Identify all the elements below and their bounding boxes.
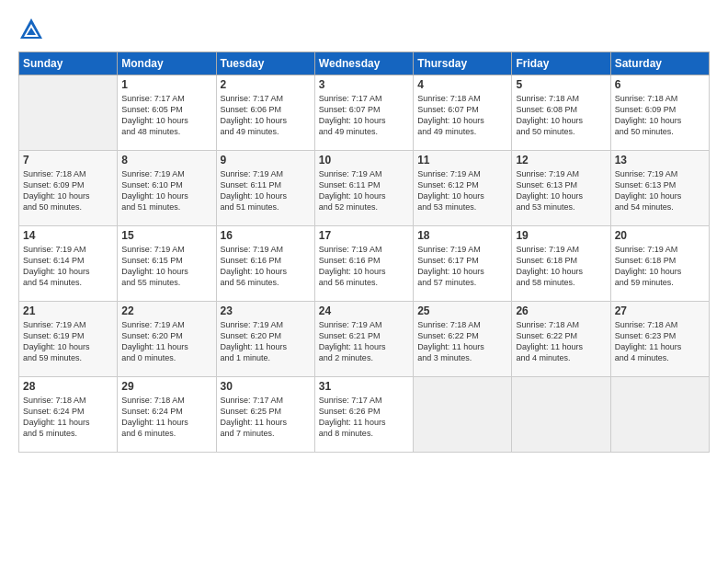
day-cell: 14Sunrise: 7:19 AM Sunset: 6:14 PM Dayli…: [19, 226, 118, 302]
day-info: Sunrise: 7:18 AM Sunset: 6:08 PM Dayligh…: [516, 94, 583, 136]
day-cell: 31Sunrise: 7:17 AM Sunset: 6:26 PM Dayli…: [314, 377, 413, 453]
day-info: Sunrise: 7:19 AM Sunset: 6:11 PM Dayligh…: [319, 169, 386, 212]
day-info: Sunrise: 7:18 AM Sunset: 6:24 PM Dayligh…: [121, 396, 188, 438]
day-number: 21: [23, 304, 113, 317]
day-cell: 12Sunrise: 7:19 AM Sunset: 6:13 PM Dayli…: [512, 151, 610, 226]
day-info: Sunrise: 7:18 AM Sunset: 6:23 PM Dayligh…: [615, 320, 682, 362]
calendar-table: SundayMondayTuesdayWednesdayThursdayFrid…: [18, 52, 710, 453]
day-info: Sunrise: 7:17 AM Sunset: 6:25 PM Dayligh…: [221, 396, 288, 438]
day-info: Sunrise: 7:19 AM Sunset: 6:11 PM Dayligh…: [221, 169, 288, 212]
day-number: 20: [615, 229, 705, 242]
day-number: 23: [221, 304, 311, 317]
day-number: 30: [221, 380, 311, 393]
day-number: 12: [516, 154, 606, 167]
day-cell: 30Sunrise: 7:17 AM Sunset: 6:25 PM Dayli…: [216, 377, 314, 453]
day-info: Sunrise: 7:19 AM Sunset: 6:19 PM Dayligh…: [23, 320, 90, 362]
day-info: Sunrise: 7:18 AM Sunset: 6:24 PM Dayligh…: [23, 396, 90, 438]
day-cell: 2Sunrise: 7:17 AM Sunset: 6:06 PM Daylig…: [216, 75, 314, 151]
day-info: Sunrise: 7:17 AM Sunset: 6:06 PM Dayligh…: [221, 94, 288, 136]
day-cell: 7Sunrise: 7:18 AM Sunset: 6:09 PM Daylig…: [19, 151, 118, 226]
day-info: Sunrise: 7:19 AM Sunset: 6:20 PM Dayligh…: [121, 320, 188, 362]
header-row: SundayMondayTuesdayWednesdayThursdayFrid…: [19, 52, 710, 75]
logo: [18, 17, 48, 42]
day-cell: [19, 75, 118, 151]
header-cell-friday: Friday: [512, 52, 610, 75]
day-number: 31: [319, 380, 409, 393]
day-info: Sunrise: 7:17 AM Sunset: 6:07 PM Dayligh…: [319, 94, 386, 136]
day-number: 8: [121, 154, 211, 167]
day-number: 13: [615, 154, 705, 167]
header-cell-saturday: Saturday: [610, 52, 709, 75]
day-cell: 25Sunrise: 7:18 AM Sunset: 6:22 PM Dayli…: [414, 302, 512, 377]
day-cell: 20Sunrise: 7:19 AM Sunset: 6:18 PM Dayli…: [610, 226, 709, 302]
day-info: Sunrise: 7:18 AM Sunset: 6:07 PM Dayligh…: [417, 94, 484, 136]
calendar-page: SundayMondayTuesdayWednesdayThursdayFrid…: [0, 0, 728, 563]
header: [18, 17, 710, 42]
day-cell: 18Sunrise: 7:19 AM Sunset: 6:17 PM Dayli…: [414, 226, 512, 302]
day-info: Sunrise: 7:18 AM Sunset: 6:22 PM Dayligh…: [516, 320, 583, 362]
header-cell-tuesday: Tuesday: [216, 52, 314, 75]
day-number: 22: [121, 304, 211, 317]
week-row-1: 1Sunrise: 7:17 AM Sunset: 6:05 PM Daylig…: [19, 75, 710, 151]
day-number: 6: [615, 78, 705, 91]
day-cell: [610, 377, 709, 453]
day-cell: 4Sunrise: 7:18 AM Sunset: 6:07 PM Daylig…: [414, 75, 512, 151]
day-number: 29: [121, 380, 211, 393]
day-cell: 10Sunrise: 7:19 AM Sunset: 6:11 PM Dayli…: [314, 151, 413, 226]
day-info: Sunrise: 7:19 AM Sunset: 6:13 PM Dayligh…: [516, 169, 583, 212]
day-cell: 1Sunrise: 7:17 AM Sunset: 6:05 PM Daylig…: [118, 75, 216, 151]
day-number: 14: [23, 229, 113, 242]
day-cell: 27Sunrise: 7:18 AM Sunset: 6:23 PM Dayli…: [610, 302, 709, 377]
day-cell: 26Sunrise: 7:18 AM Sunset: 6:22 PM Dayli…: [512, 302, 610, 377]
day-info: Sunrise: 7:19 AM Sunset: 6:10 PM Dayligh…: [121, 169, 188, 212]
day-cell: 9Sunrise: 7:19 AM Sunset: 6:11 PM Daylig…: [216, 151, 314, 226]
day-number: 24: [319, 304, 409, 317]
day-info: Sunrise: 7:18 AM Sunset: 6:09 PM Dayligh…: [23, 169, 90, 212]
day-cell: 6Sunrise: 7:18 AM Sunset: 6:09 PM Daylig…: [610, 75, 709, 151]
day-info: Sunrise: 7:19 AM Sunset: 6:18 PM Dayligh…: [516, 245, 583, 287]
day-cell: 3Sunrise: 7:17 AM Sunset: 6:07 PM Daylig…: [314, 75, 413, 151]
day-info: Sunrise: 7:17 AM Sunset: 6:05 PM Dayligh…: [121, 94, 188, 136]
week-row-3: 14Sunrise: 7:19 AM Sunset: 6:14 PM Dayli…: [19, 226, 710, 302]
day-cell: [512, 377, 610, 453]
day-info: Sunrise: 7:19 AM Sunset: 6:13 PM Dayligh…: [615, 169, 682, 212]
day-info: Sunrise: 7:19 AM Sunset: 6:16 PM Dayligh…: [319, 245, 386, 287]
day-cell: 11Sunrise: 7:19 AM Sunset: 6:12 PM Dayli…: [414, 151, 512, 226]
day-number: 1: [121, 78, 211, 91]
day-cell: 19Sunrise: 7:19 AM Sunset: 6:18 PM Dayli…: [512, 226, 610, 302]
day-number: 19: [516, 229, 606, 242]
day-number: 25: [417, 304, 507, 317]
day-number: 16: [221, 229, 311, 242]
day-cell: 28Sunrise: 7:18 AM Sunset: 6:24 PM Dayli…: [19, 377, 118, 453]
day-cell: 16Sunrise: 7:19 AM Sunset: 6:16 PM Dayli…: [216, 226, 314, 302]
day-cell: 8Sunrise: 7:19 AM Sunset: 6:10 PM Daylig…: [118, 151, 216, 226]
day-number: 2: [221, 78, 311, 91]
day-cell: 13Sunrise: 7:19 AM Sunset: 6:13 PM Dayli…: [610, 151, 709, 226]
day-info: Sunrise: 7:19 AM Sunset: 6:20 PM Dayligh…: [221, 320, 288, 362]
day-cell: 22Sunrise: 7:19 AM Sunset: 6:20 PM Dayli…: [118, 302, 216, 377]
day-number: 7: [23, 154, 113, 167]
day-cell: 23Sunrise: 7:19 AM Sunset: 6:20 PM Dayli…: [216, 302, 314, 377]
day-number: 5: [516, 78, 606, 91]
week-row-2: 7Sunrise: 7:18 AM Sunset: 6:09 PM Daylig…: [19, 151, 710, 226]
day-number: 10: [319, 154, 409, 167]
day-info: Sunrise: 7:19 AM Sunset: 6:16 PM Dayligh…: [221, 245, 288, 287]
day-info: Sunrise: 7:19 AM Sunset: 6:15 PM Dayligh…: [121, 245, 188, 287]
logo-icon: [18, 17, 44, 42]
header-cell-thursday: Thursday: [414, 52, 512, 75]
header-cell-monday: Monday: [118, 52, 216, 75]
day-info: Sunrise: 7:19 AM Sunset: 6:21 PM Dayligh…: [319, 320, 386, 362]
week-row-4: 21Sunrise: 7:19 AM Sunset: 6:19 PM Dayli…: [19, 302, 710, 377]
day-cell: 5Sunrise: 7:18 AM Sunset: 6:08 PM Daylig…: [512, 75, 610, 151]
day-number: 9: [221, 154, 311, 167]
day-number: 17: [319, 229, 409, 242]
day-cell: 17Sunrise: 7:19 AM Sunset: 6:16 PM Dayli…: [314, 226, 413, 302]
day-info: Sunrise: 7:18 AM Sunset: 6:09 PM Dayligh…: [615, 94, 682, 136]
day-info: Sunrise: 7:18 AM Sunset: 6:22 PM Dayligh…: [417, 320, 484, 362]
day-info: Sunrise: 7:19 AM Sunset: 6:18 PM Dayligh…: [615, 245, 682, 287]
day-number: 18: [417, 229, 507, 242]
day-cell: 29Sunrise: 7:18 AM Sunset: 6:24 PM Dayli…: [118, 377, 216, 453]
day-number: 28: [23, 380, 113, 393]
day-cell: 15Sunrise: 7:19 AM Sunset: 6:15 PM Dayli…: [118, 226, 216, 302]
day-info: Sunrise: 7:17 AM Sunset: 6:26 PM Dayligh…: [319, 396, 386, 438]
